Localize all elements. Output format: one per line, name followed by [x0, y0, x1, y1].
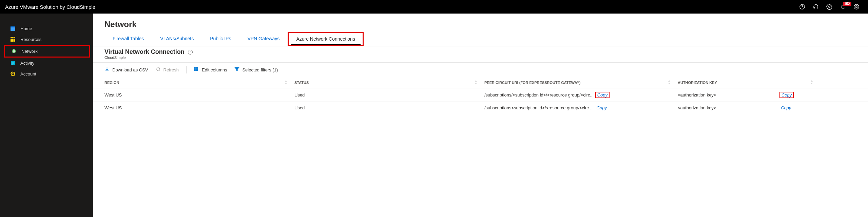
- cell-uri: /subscriptions/<subscription id>/<resour…: [484, 92, 678, 98]
- svg-rect-12: [14, 39, 15, 40]
- tab-vpn-gateways[interactable]: VPN Gateways: [239, 32, 288, 46]
- svg-rect-10: [11, 39, 12, 40]
- cell-region: West US: [104, 105, 294, 110]
- grid-icon: [10, 37, 16, 42]
- edit-columns-button[interactable]: Edit columns: [194, 67, 227, 73]
- tab-firewall-tables[interactable]: Firewall Tables: [104, 32, 152, 46]
- help-icon[interactable]: [799, 4, 805, 10]
- subtitle: Virtual Network Connection: [104, 48, 185, 56]
- network-icon: [11, 48, 17, 54]
- sidebar-item-label: Home: [20, 26, 32, 31]
- svg-rect-24: [196, 67, 197, 68]
- support-icon[interactable]: [813, 4, 819, 10]
- copy-auth-link[interactable]: Copy: [779, 105, 792, 110]
- sidebar: Home Resources Network Activity Account: [0, 14, 93, 217]
- svg-rect-11: [12, 39, 14, 40]
- svg-rect-26: [194, 69, 195, 70]
- cell-status: Used: [294, 92, 484, 97]
- cell-uri: /subscriptions<subscription id>/<resourc…: [484, 105, 678, 110]
- sort-icon[interactable]: [474, 80, 478, 85]
- svg-rect-9: [14, 37, 15, 38]
- sort-icon[interactable]: [668, 80, 671, 85]
- page-title: Network: [93, 20, 868, 32]
- main-content: Network Firewall Tables VLANs/Subnets Pu…: [93, 14, 868, 217]
- table-header: REGION STATUS PEER CIRCUIT URI (FOR EXPR…: [93, 77, 868, 88]
- tab-azure-network-connections[interactable]: Azure Network Connections: [288, 32, 364, 46]
- sidebar-item-activity[interactable]: Activity: [0, 58, 93, 68]
- svg-rect-13: [11, 40, 12, 42]
- top-bar: Azure VMware Solution by CloudSimple 152: [0, 0, 868, 14]
- svg-rect-14: [12, 40, 14, 42]
- subtitle-row: Virtual Network Connection i: [93, 46, 868, 56]
- copy-uri-link[interactable]: Copy: [595, 105, 608, 110]
- cell-auth: <authorization key>: [678, 105, 779, 110]
- cell-status: Used: [294, 105, 484, 110]
- filter-icon: [234, 67, 239, 73]
- gear-icon: [10, 71, 16, 77]
- activity-icon: [10, 60, 16, 66]
- app-title: Azure VMware Solution by CloudSimple: [5, 4, 95, 10]
- svg-point-2: [829, 6, 830, 8]
- table-row: West US Used /subscriptions<subscription…: [93, 102, 868, 114]
- svg-rect-6: [11, 26, 15, 27]
- notifications-icon[interactable]: 152: [840, 4, 846, 10]
- svg-rect-30: [196, 70, 197, 71]
- svg-point-1: [802, 8, 802, 8]
- refresh-button[interactable]: Refresh: [156, 67, 179, 73]
- topbar-actions: 152: [799, 4, 863, 10]
- svg-rect-18: [12, 62, 14, 62]
- profile-icon[interactable]: [853, 4, 860, 10]
- download-csv-button[interactable]: Download as CSV: [104, 67, 148, 73]
- refresh-icon: [156, 67, 161, 73]
- sort-icon[interactable]: [284, 80, 288, 85]
- tabs: Firewall Tables VLANs/Subnets Public IPs…: [93, 32, 868, 46]
- svg-rect-27: [196, 69, 197, 70]
- col-status-header[interactable]: STATUS: [294, 81, 309, 85]
- tenant-label: CloudSimple: [93, 56, 868, 62]
- divider: [186, 66, 187, 73]
- svg-rect-7: [11, 37, 12, 38]
- connections-table: REGION STATUS PEER CIRCUIT URI (FOR EXPR…: [93, 77, 868, 114]
- svg-point-22: [12, 73, 14, 74]
- svg-rect-23: [194, 67, 195, 68]
- copy-uri-link[interactable]: Copy: [595, 92, 610, 98]
- sort-icon[interactable]: [810, 80, 813, 85]
- sidebar-item-label: Resources: [20, 37, 41, 42]
- sidebar-item-label: Activity: [20, 61, 34, 66]
- copy-auth-link[interactable]: Copy: [779, 92, 794, 98]
- tab-public-ips[interactable]: Public IPs: [202, 32, 239, 46]
- sidebar-item-label: Network: [21, 49, 38, 54]
- cell-auth: <authorization key>: [678, 92, 779, 97]
- col-auth-header[interactable]: AUTHORIZATION KEY: [678, 81, 717, 85]
- svg-rect-25: [197, 67, 198, 68]
- download-icon: [104, 67, 110, 73]
- table-row: West US Used /subscriptions/<subscriptio…: [93, 88, 868, 102]
- sidebar-item-account[interactable]: Account: [0, 68, 93, 79]
- sidebar-item-label: Account: [20, 71, 36, 77]
- col-uri-header[interactable]: PEER CIRCUIT URI (FOR EXPRESSROUTE GATEW…: [484, 81, 581, 85]
- settings-icon[interactable]: [826, 4, 832, 10]
- svg-rect-20: [12, 64, 13, 64]
- sidebar-item-network[interactable]: Network: [4, 45, 90, 58]
- svg-rect-31: [197, 70, 198, 71]
- svg-rect-29: [194, 70, 195, 71]
- cell-region: West US: [104, 92, 294, 97]
- filters-button[interactable]: Selected filters (1): [234, 67, 278, 73]
- sidebar-item-resources[interactable]: Resources: [0, 34, 93, 45]
- info-icon[interactable]: i: [188, 50, 193, 55]
- svg-rect-19: [12, 63, 14, 63]
- columns-icon: [194, 67, 199, 73]
- svg-rect-28: [197, 69, 198, 70]
- svg-point-4: [856, 5, 857, 7]
- dashboard-icon: [10, 26, 16, 31]
- command-bar: Download as CSV Refresh Edit columns Sel…: [93, 62, 868, 77]
- svg-rect-8: [12, 37, 14, 38]
- notification-badge: 152: [843, 2, 851, 6]
- col-region-header[interactable]: REGION: [104, 81, 119, 85]
- sidebar-item-home[interactable]: Home: [0, 23, 93, 34]
- tab-vlans-subnets[interactable]: VLANs/Subnets: [152, 32, 202, 46]
- svg-rect-15: [14, 40, 15, 42]
